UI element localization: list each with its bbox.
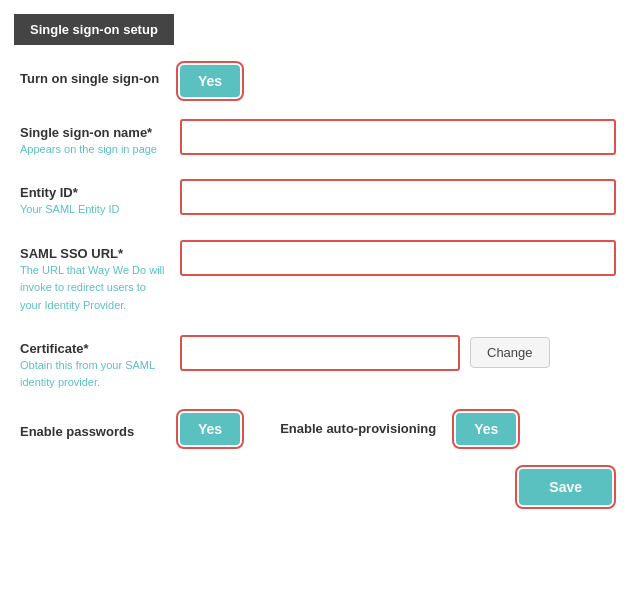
sso-toggle-label-col: Turn on single sign-on: [20, 65, 180, 86]
saml-url-label: SAML SSO URL*: [20, 246, 170, 261]
sso-name-input-col: [180, 119, 616, 155]
entity-id-sublabel: Your SAML Entity ID: [20, 203, 119, 215]
enable-auto-prov-toggle[interactable]: Yes: [456, 413, 516, 445]
saml-url-row: SAML SSO URL* The URL that Way We Do wil…: [20, 240, 616, 313]
sso-name-label: Single sign-on name*: [20, 125, 170, 140]
sso-toggle-label: Turn on single sign-on: [20, 71, 170, 86]
entity-id-input[interactable]: [180, 179, 616, 215]
save-row: Save: [20, 469, 616, 505]
sso-toggle-row: Turn on single sign-on Yes: [20, 65, 616, 97]
enable-auto-prov-label: Enable auto-provisioning: [280, 421, 436, 436]
certificate-label: Certificate*: [20, 341, 170, 356]
change-button[interactable]: Change: [470, 337, 550, 368]
sso-name-sublabel: Appears on the sign in page: [20, 143, 157, 155]
sso-name-row: Single sign-on name* Appears on the sign…: [20, 119, 616, 157]
entity-id-label: Entity ID*: [20, 185, 170, 200]
sso-name-label-col: Single sign-on name* Appears on the sign…: [20, 119, 180, 157]
enable-passwords-label: Enable passwords: [20, 424, 170, 439]
certificate-label-col: Certificate* Obtain this from your SAML …: [20, 335, 180, 391]
passwords-autoprov-row: Enable passwords Yes Enable auto-provisi…: [20, 413, 616, 445]
entity-id-input-col: [180, 179, 616, 215]
saml-url-input-col: [180, 240, 616, 276]
certificate-row: Certificate* Obtain this from your SAML …: [20, 335, 616, 391]
certificate-input[interactable]: [180, 335, 460, 371]
saml-url-sublabel: The URL that Way We Do will invoke to re…: [20, 264, 164, 311]
sso-toggle-input-col: Yes: [180, 65, 616, 97]
sso-toggle-button[interactable]: Yes: [180, 65, 240, 97]
enable-passwords-toggle[interactable]: Yes: [180, 413, 240, 445]
form-container: Turn on single sign-on Yes Single sign-o…: [0, 45, 636, 525]
enable-passwords-label-col: Enable passwords: [20, 418, 180, 439]
saml-url-input[interactable]: [180, 240, 616, 276]
certificate-input-col: Change: [180, 335, 616, 371]
enable-passwords-input-col: Yes Enable auto-provisioning Yes: [180, 413, 616, 445]
sso-name-input[interactable]: [180, 119, 616, 155]
saml-url-label-col: SAML SSO URL* The URL that Way We Do wil…: [20, 240, 180, 313]
certificate-sublabel: Obtain this from your SAML identity prov…: [20, 359, 155, 388]
entity-id-row: Entity ID* Your SAML Entity ID: [20, 179, 616, 217]
entity-id-label-col: Entity ID* Your SAML Entity ID: [20, 179, 180, 217]
page-title: Single sign-on setup: [14, 14, 174, 45]
save-button[interactable]: Save: [519, 469, 612, 505]
